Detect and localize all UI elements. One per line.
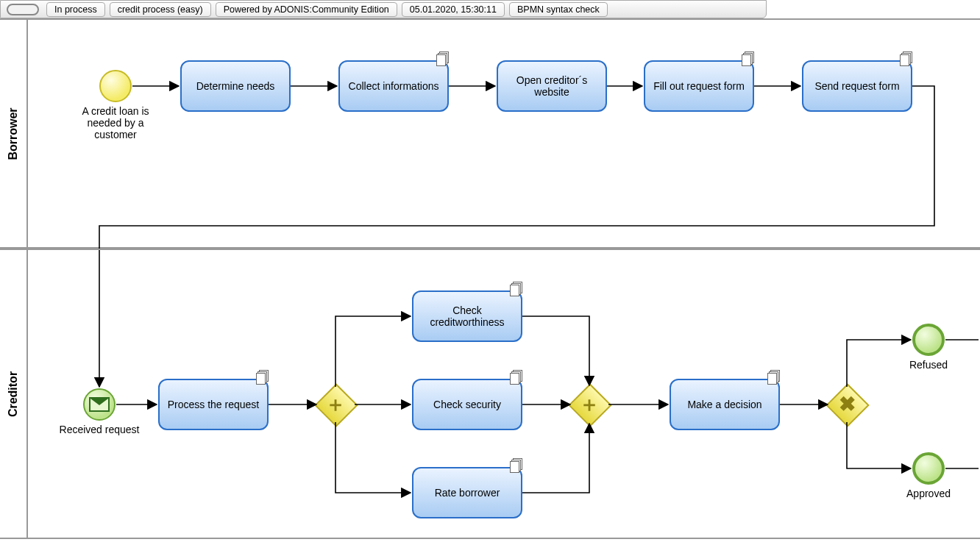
plus-icon: ＋: [570, 385, 608, 424]
start-event[interactable]: A credit loan is needed by a customer: [99, 70, 132, 102]
document-marker-icon: [899, 51, 912, 65]
task-determine-needs[interactable]: Determine needs: [180, 60, 291, 112]
lane-label-creditor-text: Creditor: [7, 371, 20, 416]
toolbar-handle-icon: [7, 4, 39, 15]
task-check-creditworthiness[interactable]: Check creditworthiness: [412, 290, 522, 342]
end-event-label: Refused: [884, 359, 973, 371]
end-event-approved[interactable]: Approved: [912, 452, 945, 485]
start-event-label: A credit loan is needed by a customer: [79, 105, 152, 140]
status-button[interactable]: In process: [46, 2, 105, 17]
exclusive-gateway[interactable]: ✖: [828, 385, 866, 424]
document-marker-icon: [509, 282, 522, 295]
task-check-security[interactable]: Check security: [412, 379, 522, 430]
syntax-check-button[interactable]: BPMN syntax check: [509, 2, 608, 17]
task-label: Open creditor´s website: [503, 74, 601, 98]
timestamp-button[interactable]: 05.01.2020, 15:30:11: [402, 2, 505, 17]
task-rate-borrower[interactable]: Rate borrower: [412, 467, 522, 518]
model-name-button[interactable]: credit process (easy): [110, 2, 211, 17]
task-open-website[interactable]: Open creditor´s website: [497, 60, 607, 112]
parallel-gateway-join[interactable]: ＋: [570, 385, 608, 424]
end-event-icon: [912, 452, 945, 485]
document-marker-icon: [509, 458, 522, 471]
toolbar: In process credit process (easy) Powered…: [0, 0, 767, 18]
task-label: Check creditworthiness: [418, 304, 516, 328]
envelope-icon: [89, 397, 110, 412]
lane-label-creditor: Creditor: [0, 250, 28, 538]
end-event-icon: [912, 324, 945, 356]
document-marker-icon: [741, 51, 754, 65]
task-send-form[interactable]: Send request form: [802, 60, 912, 112]
task-fill-form[interactable]: Fill out request form: [644, 60, 754, 112]
document-marker-icon: [255, 370, 269, 383]
end-event-refused[interactable]: Refused: [912, 324, 945, 356]
powered-by-button[interactable]: Powered by ADONIS:Community Edition: [216, 2, 397, 17]
message-start-event[interactable]: Received request: [83, 388, 116, 421]
task-label: Send request form: [814, 80, 899, 92]
plus-icon: ＋: [316, 385, 355, 424]
end-event-label: Approved: [884, 488, 973, 499]
task-make-decision[interactable]: Make a decision: [670, 379, 780, 430]
cross-icon: ✖: [828, 385, 866, 424]
task-label: Check security: [433, 399, 501, 410]
document-marker-icon: [509, 370, 522, 383]
lane-label-borrower: Borrower: [0, 20, 28, 247]
task-label: Rate borrower: [435, 487, 500, 499]
message-event-icon: [83, 388, 116, 421]
parallel-gateway-split[interactable]: ＋: [316, 385, 355, 424]
document-marker-icon: [436, 51, 449, 65]
document-marker-icon: [767, 370, 780, 383]
task-process-request[interactable]: Process the request: [158, 379, 269, 430]
lane-creditor: Creditor Received request Process the re…: [0, 249, 980, 539]
task-label: Fill out request form: [653, 80, 745, 92]
task-collect-informations[interactable]: Collect informations: [338, 60, 449, 112]
task-label: Make a decision: [687, 399, 761, 410]
task-label: Determine needs: [196, 80, 275, 92]
task-label: Collect informations: [349, 80, 439, 92]
task-label: Process the request: [168, 399, 260, 410]
lane-label-borrower-text: Borrower: [7, 107, 20, 160]
message-event-label: Received request: [55, 424, 143, 435]
start-event-icon: [99, 70, 132, 102]
lane-borrower: Borrower A credit loan is needed by a cu…: [0, 18, 980, 249]
